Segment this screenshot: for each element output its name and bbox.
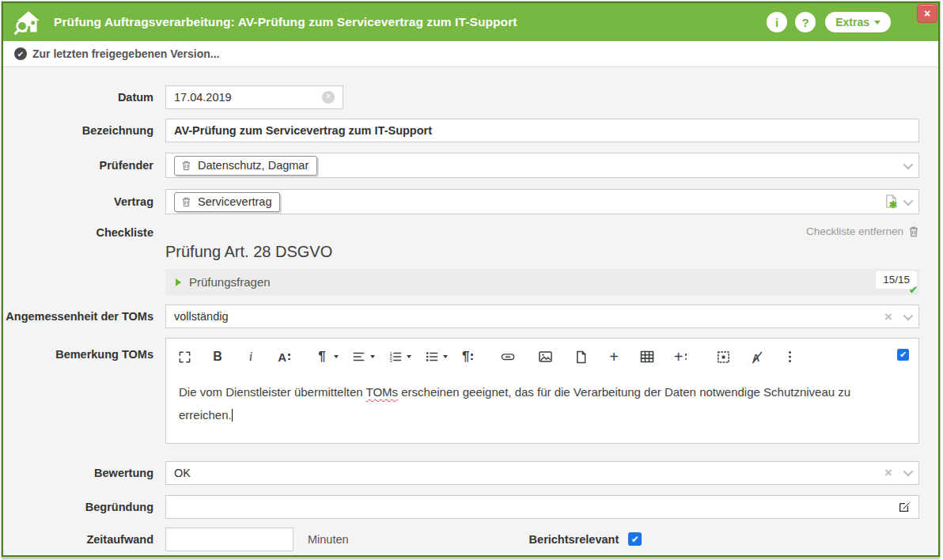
chevron-down-icon[interactable]	[903, 195, 914, 206]
remove-checklist-text: Checkliste entfernen	[806, 225, 903, 237]
more-options-icon[interactable]	[782, 349, 797, 365]
rich-text-editor: B i A ¶ 123 ¶ + + A ✔	[165, 338, 919, 444]
angemessenheit-row: Angemessenheit der TOMs vollständig ×	[3, 305, 919, 328]
link-icon[interactable]	[500, 349, 516, 365]
pruefender-tag-label: Datenschutz, Dagmar	[198, 159, 309, 172]
bewertung-label: Bewertung	[3, 467, 165, 479]
chevron-down-icon[interactable]	[903, 310, 914, 320]
app-window: Prüfung Auftragsverarbeitung: AV-Prüfung…	[2, 2, 940, 557]
datum-label: Datum	[3, 91, 165, 104]
datum-row: Datum ×	[3, 85, 919, 109]
vertrag-row: Vertrag Servicevertrag ✱	[3, 189, 919, 214]
table-icon[interactable]	[640, 349, 654, 365]
datum-input[interactable]	[174, 86, 322, 108]
misspelled-word: TOMs	[365, 385, 398, 399]
edit-pencil-icon[interactable]	[898, 501, 911, 513]
zeitaufwand-row: Zeitaufwand Minuten Berichtsrelevant ✔	[3, 528, 919, 551]
italic-icon[interactable]: i	[244, 349, 258, 365]
chevron-down-icon[interactable]	[903, 159, 914, 169]
editor-checkbox[interactable]: ✔	[897, 349, 909, 361]
chevron-down-icon	[874, 21, 881, 25]
chevron-down-icon[interactable]	[903, 467, 914, 477]
last-released-version-link[interactable]: Zur letzten freigegebenen Version...	[32, 47, 220, 60]
checkliste-content: Checkliste entfernen Prüfung Art. 28 DSG…	[165, 225, 919, 295]
clear-x-icon[interactable]: ×	[884, 310, 892, 324]
angemessenheit-value: vollständig	[174, 310, 229, 323]
vertrag-field[interactable]: Servicevertrag ✱	[165, 189, 919, 214]
clear-x-icon[interactable]: ×	[884, 466, 892, 479]
datum-field: ×	[165, 85, 343, 109]
paragraph-style-icon[interactable]: ¶	[460, 349, 475, 365]
pruefender-tag: Datenschutz, Dagmar	[174, 156, 317, 176]
bold-icon[interactable]: B	[210, 349, 225, 365]
vertrag-tag: Servicevertrag	[174, 192, 280, 212]
bezeichnung-label: Bezeichnung	[3, 124, 165, 137]
progress-text: 15/15	[883, 274, 910, 286]
page-title: Prüfung Auftragsverarbeitung: AV-Prüfung…	[54, 15, 759, 29]
zeitaufwand-field	[165, 528, 294, 551]
file-icon[interactable]	[574, 349, 588, 365]
pruefender-row: Prüfender Datenschutz, Dagmar	[3, 153, 919, 178]
close-button[interactable]: ×	[917, 4, 937, 23]
unordered-list-dropdown[interactable]	[424, 349, 448, 365]
check-circle-icon: ✔	[14, 47, 27, 60]
title-bar: Prüfung Auftragsverarbeitung: AV-Prüfung…	[3, 3, 938, 41]
bewertung-value: OK	[174, 467, 191, 479]
svg-text:3: 3	[389, 358, 392, 363]
plus-icon[interactable]: +	[607, 349, 621, 365]
bezeichnung-row: Bezeichnung	[3, 119, 919, 142]
trash-icon[interactable]	[181, 160, 191, 171]
expand-triangle-icon	[176, 278, 181, 286]
bewertung-select[interactable]: OK ×	[165, 461, 919, 485]
align-dropdown[interactable]	[351, 349, 375, 365]
chevron-down-icon	[334, 355, 339, 358]
angemessenheit-label: Angemessenheit der TOMs	[3, 310, 165, 323]
editor-toolbar: B i A ¶ 123 ¶ + + A ✔	[166, 339, 918, 369]
berichtsrelevant-checkbox[interactable]: ✔	[628, 532, 642, 546]
angemessenheit-select[interactable]: vollständig ×	[165, 305, 919, 328]
bewertung-row: Bewertung OK ×	[3, 461, 919, 485]
section-label: Prüfungsfragen	[189, 275, 271, 289]
info-button[interactable]: i	[767, 12, 787, 32]
version-bar: ✔ Zur letzten freigegebenen Version...	[3, 41, 938, 67]
begruendung-field	[165, 495, 919, 519]
insert-plus-icon[interactable]: +	[673, 349, 687, 365]
bezeichnung-input[interactable]	[174, 119, 911, 142]
help-button[interactable]: ?	[795, 12, 816, 32]
trash-icon[interactable]	[181, 196, 191, 207]
select-all-icon[interactable]	[716, 349, 730, 365]
paragraph-format-dropdown[interactable]: ¶	[315, 349, 339, 365]
ordered-list-dropdown[interactable]: 123	[388, 349, 411, 365]
font-style-icon[interactable]: A	[277, 349, 291, 365]
zeitaufwand-input[interactable]	[166, 528, 294, 551]
trash-icon	[908, 225, 919, 237]
begruendung-input[interactable]	[174, 496, 898, 518]
text-cursor	[232, 409, 233, 422]
begruendung-label: Begründung	[3, 501, 165, 513]
editor-text-area[interactable]: Die vom Dienstleister übermittelten TOMs…	[166, 369, 918, 443]
checkliste-block: Checkliste Checkliste entfernen Prüfung …	[3, 225, 919, 295]
checklist-heading: Prüfung Art. 28 DSGVO	[165, 243, 919, 261]
clear-date-icon[interactable]: ×	[322, 91, 335, 104]
pruefender-field[interactable]: Datenschutz, Dagmar	[165, 153, 919, 178]
editor-text-before: Die vom Dienstleister übermittelten	[179, 385, 365, 399]
fullscreen-icon[interactable]	[177, 349, 191, 365]
chevron-down-icon	[370, 355, 375, 358]
image-icon[interactable]	[538, 349, 553, 365]
extras-label: Extras	[835, 16, 869, 28]
new-document-icon[interactable]: ✱	[884, 194, 899, 210]
form-area: Datum × Bezeichnung Prüfender Datenschut…	[3, 67, 938, 551]
vertrag-tag-label: Servicevertrag	[198, 195, 271, 208]
chevron-down-icon	[443, 355, 448, 358]
pruefungsfragen-section[interactable]: Prüfungsfragen 15/15 ✔	[165, 269, 919, 295]
clear-format-icon[interactable]: A	[749, 349, 763, 365]
bemerkung-label: Bemerkung TOMs	[3, 338, 165, 361]
checkliste-label: Checkliste	[3, 225, 165, 239]
vertrag-label: Vertrag	[3, 195, 165, 208]
bezeichnung-field	[165, 119, 919, 142]
progress-badge: 15/15 ✔	[876, 271, 917, 289]
extras-button[interactable]: Extras	[825, 12, 891, 32]
zeitaufwand-label: Zeitaufwand	[3, 533, 165, 546]
svg-text:✱: ✱	[889, 199, 897, 210]
remove-checklist-link[interactable]: Checkliste entfernen	[165, 225, 919, 237]
